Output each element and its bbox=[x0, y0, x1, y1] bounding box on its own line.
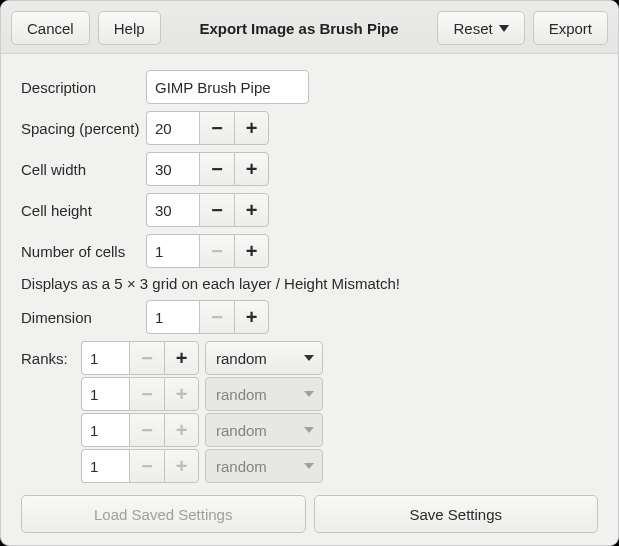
ranks-container: Ranks: − + random − + bbox=[21, 341, 598, 483]
chevron-down-icon bbox=[304, 427, 314, 433]
ranks-label: Ranks: bbox=[21, 350, 75, 367]
rank-3-stepper: − + bbox=[81, 449, 199, 483]
cell-width-minus-button[interactable]: − bbox=[199, 152, 234, 186]
cell-width-label: Cell width bbox=[21, 161, 146, 178]
dialog-title: Export Image as Brush Pipe bbox=[175, 20, 424, 37]
cell-height-stepper: − + bbox=[146, 193, 269, 227]
cell-width-stepper: − + bbox=[146, 152, 269, 186]
num-cells-label: Number of cells bbox=[21, 243, 146, 260]
rank-0-mode-label: random bbox=[216, 350, 267, 367]
rank-3-minus-button: − bbox=[129, 449, 164, 483]
chevron-down-icon bbox=[304, 463, 314, 469]
cell-height-label: Cell height bbox=[21, 202, 146, 219]
rank-1-plus-button: + bbox=[164, 377, 199, 411]
rank-3-input[interactable] bbox=[81, 449, 129, 483]
num-cells-stepper: − + bbox=[146, 234, 269, 268]
dimension-label: Dimension bbox=[21, 309, 146, 326]
description-input[interactable] bbox=[146, 70, 309, 104]
rank-0-mode-dropdown[interactable]: random bbox=[205, 341, 323, 375]
spacing-label: Spacing (percent) bbox=[21, 120, 146, 137]
spacing-stepper: − + bbox=[146, 111, 269, 145]
spacing-minus-button[interactable]: − bbox=[199, 111, 234, 145]
reset-button[interactable]: Reset bbox=[437, 11, 524, 45]
load-settings-button: Load Saved Settings bbox=[21, 495, 306, 533]
rank-0-plus-button[interactable]: + bbox=[164, 341, 199, 375]
rank-2-minus-button: − bbox=[129, 413, 164, 447]
rank-2-plus-button: + bbox=[164, 413, 199, 447]
chevron-down-icon bbox=[499, 25, 509, 32]
rank-2-mode-label: random bbox=[216, 422, 267, 439]
description-label: Description bbox=[21, 79, 146, 96]
num-cells-minus-button: − bbox=[199, 234, 234, 268]
num-cells-plus-button[interactable]: + bbox=[234, 234, 269, 268]
cancel-button[interactable]: Cancel bbox=[11, 11, 90, 45]
rank-0-input[interactable] bbox=[81, 341, 129, 375]
rank-1-input[interactable] bbox=[81, 377, 129, 411]
cell-height-input[interactable] bbox=[146, 193, 199, 227]
cell-height-minus-button[interactable]: − bbox=[199, 193, 234, 227]
cell-height-plus-button[interactable]: + bbox=[234, 193, 269, 227]
num-cells-input[interactable] bbox=[146, 234, 199, 268]
rank-2-stepper: − + bbox=[81, 413, 199, 447]
rank-row-2: − + random bbox=[21, 413, 598, 447]
rank-1-stepper: − + bbox=[81, 377, 199, 411]
help-button[interactable]: Help bbox=[98, 11, 161, 45]
export-button[interactable]: Export bbox=[533, 11, 608, 45]
save-settings-button[interactable]: Save Settings bbox=[314, 495, 599, 533]
rank-row-3: − + random bbox=[21, 449, 598, 483]
dialog-window: Cancel Help Export Image as Brush Pipe R… bbox=[0, 0, 619, 546]
rank-0-stepper: − + bbox=[81, 341, 199, 375]
rank-0-minus-button: − bbox=[129, 341, 164, 375]
spacing-plus-button[interactable]: + bbox=[234, 111, 269, 145]
rank-3-mode-dropdown: random bbox=[205, 449, 323, 483]
chevron-down-icon bbox=[304, 355, 314, 361]
footer-buttons: Load Saved Settings Save Settings bbox=[21, 495, 598, 533]
status-text: Displays as a 5 × 3 grid on each layer /… bbox=[21, 275, 598, 292]
rank-1-minus-button: − bbox=[129, 377, 164, 411]
rank-3-plus-button: + bbox=[164, 449, 199, 483]
dimension-stepper: − + bbox=[146, 300, 269, 334]
cell-width-input[interactable] bbox=[146, 152, 199, 186]
cell-width-plus-button[interactable]: + bbox=[234, 152, 269, 186]
dimension-input[interactable] bbox=[146, 300, 199, 334]
spacing-input[interactable] bbox=[146, 111, 199, 145]
reset-label: Reset bbox=[453, 20, 492, 37]
dimension-plus-button[interactable]: + bbox=[234, 300, 269, 334]
rank-row-0: Ranks: − + random bbox=[21, 341, 598, 375]
rank-3-mode-label: random bbox=[216, 458, 267, 475]
rank-row-1: − + random bbox=[21, 377, 598, 411]
rank-2-input[interactable] bbox=[81, 413, 129, 447]
header-bar: Cancel Help Export Image as Brush Pipe R… bbox=[1, 1, 618, 54]
rank-1-mode-dropdown: random bbox=[205, 377, 323, 411]
rank-2-mode-dropdown: random bbox=[205, 413, 323, 447]
chevron-down-icon bbox=[304, 391, 314, 397]
dimension-minus-button: − bbox=[199, 300, 234, 334]
rank-1-mode-label: random bbox=[216, 386, 267, 403]
dialog-body: Description Spacing (percent) − + Cell w… bbox=[1, 54, 618, 546]
